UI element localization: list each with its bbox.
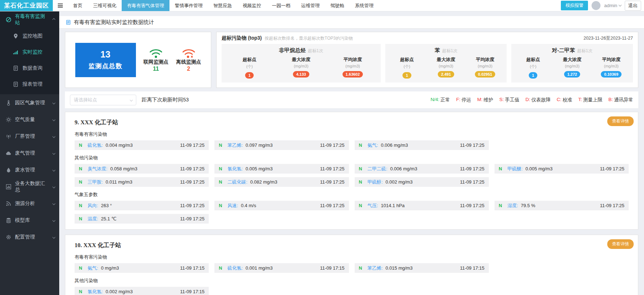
- logout-button[interactable]: 退出: [625, 1, 641, 11]
- sidebar-group-label: 业务大数据汇总: [15, 180, 49, 193]
- parameter-name[interactable]: 甲硫醇:: [367, 179, 383, 185]
- station-select[interactable]: 请选择站点: [70, 95, 136, 105]
- sun-icon: [6, 117, 11, 122]
- nav-item-9[interactable]: 系统管理: [350, 0, 379, 11]
- station-card-1: 10. XXX 化工子站查看详情有毒有害污染物N氨气:0 mg/m311-09 …: [65, 235, 638, 295]
- station-select-placeholder: 请选择站点: [74, 97, 97, 103]
- sidebar-group-0[interactable]: 园区气象管理: [0, 94, 59, 111]
- parameter-name[interactable]: 湿度:: [507, 202, 518, 209]
- nav-item-0[interactable]: 首页: [68, 0, 88, 11]
- pollutant-metric-1: 最大浓度(mg/m3)4.133: [275, 56, 327, 79]
- sidebar-item-3[interactable]: 报表管理: [0, 76, 59, 92]
- parameter-name[interactable]: 二硫化碳:: [228, 179, 248, 185]
- legend-item-4: D:仪表故障: [526, 97, 551, 103]
- parameter-name[interactable]: 气压:: [367, 202, 378, 209]
- parameter-name[interactable]: 硫化氢:: [87, 142, 103, 149]
- parameter-value: 0.058 mg/m3: [110, 166, 137, 171]
- sidebar-group-5[interactable]: 业务大数据汇总: [0, 178, 59, 195]
- ban-icon: [6, 17, 11, 22]
- monitor-grid: N氨气:0 mg/m311-09 17:15N硫化氢:0.001 mg/m311…: [75, 263, 629, 273]
- chevron-down-icon: [52, 219, 55, 221]
- parameter-value: 0.097 mg/m3: [245, 142, 273, 148]
- sidebar-group-6[interactable]: 溯源分析: [0, 195, 59, 212]
- parameter-name[interactable]: 氯化氢:: [87, 289, 103, 295]
- monitor-item: N氨气:0.006 mg/m311-09 17:25: [355, 140, 489, 150]
- simulate-alarm-button[interactable]: 模拟报警: [561, 1, 588, 10]
- sidebar-item-0[interactable]: 监控地图: [0, 28, 59, 44]
- sidebar-group-toxic-gas: 有毒有害监测站监控地图实时监控数据查询报表管理: [0, 11, 59, 94]
- chevron-up-icon: [52, 18, 55, 21]
- parameter-time: 11-09 17:15: [180, 289, 204, 294]
- monitor-item: N硫化氢:0.004 mg/m311-09 17:25: [75, 140, 209, 150]
- metric-name: 最大浓度: [292, 56, 310, 63]
- pollutant-name: 对-二甲苯: [552, 47, 575, 53]
- nav-item-8[interactable]: 驾驶舱: [325, 0, 350, 11]
- monitor-item: N风向:263 °11-09 17:25: [75, 201, 209, 210]
- total-stations-box: 13 监测点总数: [75, 43, 136, 77]
- database-icon: [6, 218, 11, 223]
- parameter-name[interactable]: 苯乙烯:: [228, 142, 243, 149]
- parameter-name[interactable]: 硫化氢:: [228, 265, 243, 271]
- parameter-value: 0.004 mg/m3: [106, 142, 133, 148]
- parameter-value: 0.015 mg/m3: [386, 265, 413, 271]
- sidebar-item-1[interactable]: 实时监控: [0, 44, 59, 60]
- parameter-name[interactable]: 甲硫醚:: [507, 166, 523, 172]
- nav-item-5[interactable]: 视频监控: [237, 0, 267, 11]
- document-icon: [66, 20, 71, 25]
- rss-icon: [6, 201, 11, 206]
- parameter-value: 0.002 mg/m3: [386, 179, 413, 185]
- sidebar-group-4[interactable]: 废水管理: [0, 161, 59, 178]
- nav-item-6[interactable]: 一园一档: [267, 0, 296, 11]
- sidebar-item-2[interactable]: 数据查询: [0, 60, 59, 76]
- offline-stations-value: 2: [187, 66, 190, 72]
- sidebar-item-label: 报表管理: [22, 81, 42, 88]
- parameter-name[interactable]: 臭气浓度:: [87, 166, 107, 172]
- parameter-time: 11-09 17:25: [320, 203, 344, 208]
- menu-toggle-icon[interactable]: [53, 0, 68, 11]
- nav-item-2[interactable]: 有毒有害气体管理: [122, 0, 169, 11]
- nav-item-1[interactable]: 三维可视化: [88, 0, 122, 11]
- metric-name: 平均浓度: [343, 56, 362, 63]
- nav-item-7[interactable]: 运维管理: [296, 0, 325, 11]
- monitor-grid: N氯化氢:0.002 mg/m311-09 17:15: [75, 287, 629, 295]
- sidebar-group-1[interactable]: 空气质量: [0, 111, 59, 128]
- parameter-name[interactable]: 氨气:: [87, 265, 98, 271]
- metric-name: 最大浓度: [437, 56, 455, 63]
- sidebar-group-3[interactable]: 废气管理: [0, 145, 59, 161]
- parameter-name[interactable]: 二甲二硫:: [367, 166, 387, 172]
- parameter-name[interactable]: 氨气:: [367, 142, 378, 149]
- monitor-grid: N硫化氢:0.004 mg/m311-09 17:25N苯乙烯:0.097 mg…: [75, 140, 629, 150]
- map-pin-icon: [13, 33, 19, 39]
- droplet-icon: [6, 167, 11, 173]
- filter-bar: 请选择站点 距离下次刷新时间53 N/4:正常F:停运M:维护S:手工值D:仪表…: [65, 91, 638, 108]
- online-stations-label: 联网监测点: [143, 59, 168, 65]
- sidebar-group-2[interactable]: 厂界管理: [0, 128, 59, 145]
- chevron-down-icon: [619, 4, 622, 6]
- sidebar-group-7[interactable]: 模型库: [0, 212, 59, 229]
- parameter-value: 263 °: [101, 203, 112, 208]
- user-menu[interactable]: admin: [604, 3, 621, 8]
- parameter-name[interactable]: 三甲胺:: [87, 179, 103, 185]
- signal-bars-icon: [13, 49, 19, 55]
- sidebar-group-header[interactable]: 有毒有害监测站: [0, 11, 59, 28]
- offline-stations-stat: 离线监测点 2: [176, 48, 201, 72]
- status-flag: N: [499, 203, 502, 208]
- metric-unit: (mg/m3): [478, 64, 492, 68]
- nav-item-4[interactable]: 智慧应急: [208, 0, 237, 11]
- parameter-value: 0.002 mg/m3: [106, 289, 133, 294]
- pollutant-metric-2: 平均浓度(mg/m3)0.10369: [592, 56, 631, 79]
- parameter-name[interactable]: 风速:: [228, 202, 238, 209]
- nav-item-3[interactable]: 警情事件管理: [169, 0, 208, 11]
- view-detail-button[interactable]: 查看详情: [607, 239, 634, 249]
- view-detail-button[interactable]: 查看详情: [607, 116, 634, 126]
- monitor-item: N硫化氢:0.001 mg/m311-09 17:15: [214, 263, 349, 273]
- sidebar-group-label: 模型库: [15, 217, 30, 224]
- parameter-name[interactable]: 苯乙烯:: [367, 265, 383, 271]
- sidebar-group-8[interactable]: 配置管理: [0, 229, 59, 245]
- parameter-name[interactable]: 氯化氢:: [228, 166, 243, 172]
- parameter-name[interactable]: 温度:: [87, 216, 98, 222]
- avatar[interactable]: [592, 1, 600, 10]
- pollutant-card-0: 非甲烷总烃超标1次超标点(个)1最大浓度(mg/m3)4.133平均浓度(mg/…: [222, 44, 381, 82]
- parameter-name[interactable]: 风向:: [87, 202, 98, 209]
- legend-code: N/4:: [431, 97, 440, 103]
